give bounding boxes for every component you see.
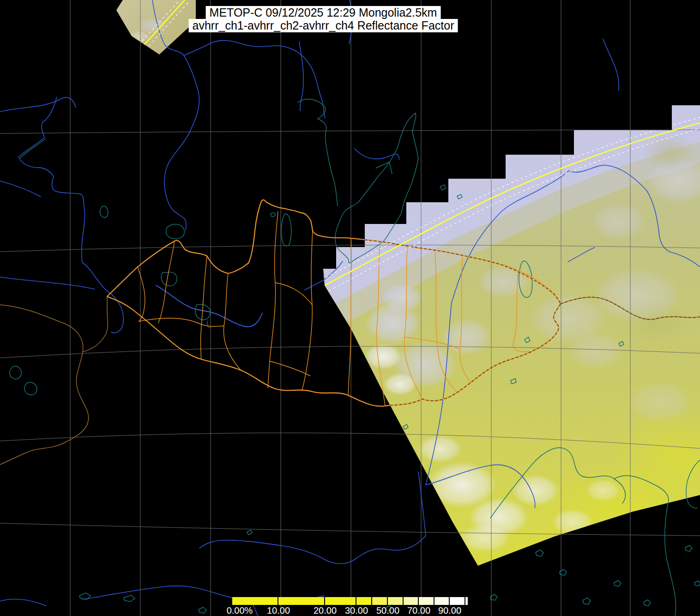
colorbar-segment [372,597,387,605]
colorbar-label: 70.00 [407,605,430,616]
colorbar-segment [356,597,371,605]
colorbar-label: 10.00 [267,605,290,616]
map-canvas [0,0,700,616]
colorbar-segment [419,597,434,605]
colorbar-segment [388,597,403,605]
colorbar-segment [325,597,356,605]
colorbar-segment [450,597,465,605]
colorbar-label: 50.00 [376,605,399,616]
colorbar-segment [465,597,468,605]
colorbar-label: 30.00 [345,605,368,616]
colorbar-label: 90.00 [438,605,461,616]
colorbar-segment [434,597,449,605]
colorbar-segment [404,597,418,605]
colorbar [232,597,468,605]
image-title-line2: avhrr_ch1-avhrr_ch2-avhrr_ch4 Reflectanc… [189,19,458,32]
colorbar-label: 20.00 [314,605,337,616]
colorbar-label: 0.00% [227,605,253,616]
satellite-image-viewer: METOP-C 09/12/2025 12:29 Mongolia2.5km a… [0,0,700,616]
colorbar-segment [232,597,278,605]
colorbar-segment [278,597,324,605]
image-title-line1: METOP-C 09/12/2025 12:29 Mongolia2.5km [206,6,441,19]
